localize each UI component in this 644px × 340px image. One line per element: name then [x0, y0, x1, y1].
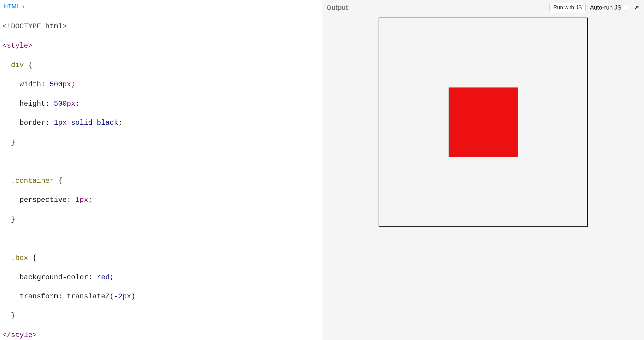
autorun-label: Auto-run JS: [590, 4, 621, 11]
output-pane: Output Run with JS Auto-run JS: [322, 0, 644, 340]
code-line: }: [2, 215, 320, 224]
language-label: HTML: [4, 3, 20, 10]
svg-line-0: [635, 6, 638, 9]
code-line: height: 500px;: [2, 99, 320, 109]
code-line: }: [2, 138, 320, 147]
autorun-checkbox[interactable]: [624, 5, 629, 10]
code-line: <!DOCTYPE html>: [2, 22, 320, 31]
run-with-js-button[interactable]: Run with JS: [549, 3, 586, 12]
code-line: background-color: red;: [2, 273, 320, 282]
code-line: .box {: [2, 253, 320, 263]
chevron-down-icon: ▼: [21, 4, 25, 9]
code-line: div {: [2, 60, 320, 70]
editor-header: HTML ▼: [0, 0, 322, 12]
code-line: width: 500px;: [2, 80, 320, 89]
language-dropdown[interactable]: HTML ▼: [4, 3, 25, 10]
preview-box: [449, 88, 518, 157]
code-line: .container {: [2, 176, 320, 186]
autorun-toggle[interactable]: Auto-run JS: [590, 4, 629, 11]
code-line: border: 1px solid black;: [2, 118, 320, 128]
code-line: </style>: [2, 330, 320, 340]
preview-container: [379, 18, 588, 227]
code-line: }: [2, 311, 320, 321]
output-body: [322, 15, 644, 340]
code-line: perspective: 1px;: [2, 195, 320, 205]
code-editor[interactable]: <!DOCTYPE html> <style> div { width: 500…: [0, 12, 322, 340]
app-root: HTML ▼ <!DOCTYPE html> <style> div { wid…: [0, 0, 644, 340]
code-line: [2, 234, 320, 244]
code-line: transform: translateZ(-2px): [2, 292, 320, 301]
output-title: Output: [326, 4, 348, 12]
code-line: <style>: [2, 41, 320, 51]
output-header: Output Run with JS Auto-run JS: [322, 0, 644, 15]
fullscreen-icon[interactable]: [633, 4, 640, 11]
code-line: [2, 157, 320, 166]
editor-pane: HTML ▼ <!DOCTYPE html> <style> div { wid…: [0, 0, 322, 340]
